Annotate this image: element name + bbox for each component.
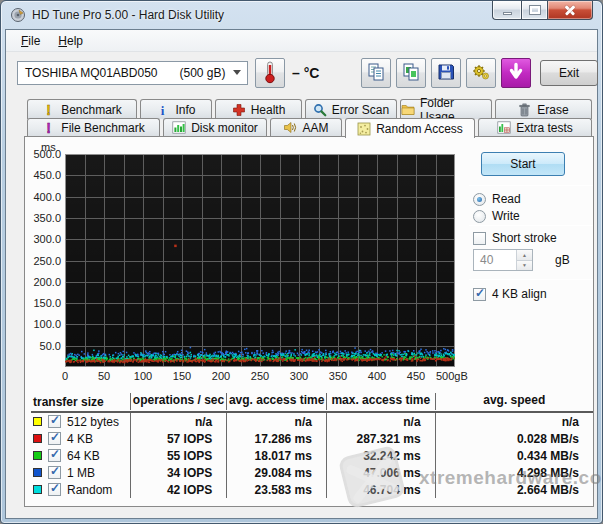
random-access-page: ms 500.0450.0400.0350.0300.0250.0200.015… [24,136,594,507]
tab-erase[interactable]: Erase [495,99,592,119]
value-cell: n/a [131,415,227,429]
tab-aam[interactable]: AAM [270,118,342,137]
drive-selector[interactable]: TOSHIBA MQ01ABD050 (500 gB) [17,61,248,85]
transfer-size-cell: 64 KB [31,449,130,463]
x-tick-label: 150 [173,370,191,382]
value-cell: 0.028 MB/s [436,432,593,446]
x-tick-label: 100 [134,370,152,382]
panel-separator [469,225,593,226]
series-checkbox[interactable] [48,449,61,462]
copy-text-button[interactable] [361,58,391,88]
maximize-button[interactable] [521,1,548,20]
value-cell: 42 IOPS [131,483,227,497]
watermark-text: xtremehardware.com [419,467,603,489]
tab-benchmark[interactable]: !Benchmark [27,99,137,119]
tab-file-benchmark[interactable]: !File Benchmark [27,118,160,137]
value-cell: n/a [227,415,326,429]
short-stroke-size-stepper[interactable]: 40 ▲ ▼ [473,249,533,271]
maximize-icon [530,6,540,14]
file-benchmark-icon: ! [42,121,56,135]
x-tick-label: 350 [329,370,347,382]
short-stroke-checkbox[interactable]: Short stroke [473,231,557,245]
erase-icon [518,103,532,117]
series-checkbox[interactable] [48,466,61,479]
align-checkbox[interactable]: 4 KB align [473,287,547,301]
table-header-3: max. access time [327,393,435,410]
tab-label: Benchmark [61,103,122,117]
results-table-header: transfer sizeoperations / secavg. access… [31,393,593,410]
y-tick-label: 50.0 [25,340,61,352]
y-tick-label: 150.0 [25,297,61,309]
x-tick-label: 400 [368,370,386,382]
series-checkbox[interactable] [48,432,61,445]
start-button[interactable]: Start [481,152,565,176]
transfer-size-label: 4 KB [67,432,93,446]
tab-health[interactable]: Health [215,99,302,119]
minimize-button[interactable] [492,1,521,20]
download-icon [505,61,527,86]
save-button[interactable] [431,58,461,88]
transfer-size-label: 64 KB [67,449,100,463]
menu-help[interactable]: Help [49,31,92,51]
titlebar: HD Tune Pro 5.00 - Hard Disk Utility [1,1,602,29]
table-header-0: transfer size [31,393,130,410]
aam-icon [283,121,297,135]
mode-radio-read[interactable]: Read [473,192,521,206]
tab-error-scan[interactable]: Error Scan [305,99,397,119]
save-icon [436,62,456,85]
value-cell: 34 IOPS [131,466,227,480]
tab-label: Health [251,103,286,117]
tab-label: Random Access [376,122,463,136]
series-color-swatch [33,417,42,426]
tab-info[interactable]: iInfo [140,99,212,119]
table-header-2: avg. access time [227,393,326,410]
extra-tests-icon [497,121,511,135]
disk-monitor-icon [172,121,186,135]
tab-random-access[interactable]: Random Access [345,118,475,138]
transfer-size-cell: 512 bytes [31,415,130,429]
stepper-up-icon[interactable]: ▲ [517,250,532,261]
series-checkbox[interactable] [48,483,61,496]
short-stroke-label: Short stroke [492,231,557,245]
align-label: 4 KB align [492,287,547,301]
table-header-4: avg. speed [436,393,593,410]
error-scan-icon [313,103,327,117]
transfer-size-label: Random [67,483,112,497]
menu-file[interactable]: File [12,31,49,51]
mode-radio-write[interactable]: Write [473,209,520,223]
svg-text:!: ! [46,103,51,117]
checkbox-icon [473,288,486,301]
tab-disk-monitor[interactable]: Disk monitor [163,118,267,137]
tab-label: Extra tests [516,121,573,135]
options-button[interactable] [466,58,496,88]
y-tick-label: 250.0 [25,255,61,267]
radio-label: Write [492,209,520,223]
y-tick-label: 200.0 [25,276,61,288]
info-icon: i [156,103,170,117]
tab-row-2: !File BenchmarkDisk monitorAAMRandom Acc… [27,118,597,137]
copy-image-button[interactable] [396,58,426,88]
tab-label: Erase [537,103,568,117]
value-cell: 18.017 ms [227,449,326,463]
capture-button[interactable] [501,58,531,88]
x-tick-label: 500gB [436,370,468,382]
tab-label: Info [175,103,195,117]
series-color-swatch [33,468,42,477]
close-button[interactable] [548,1,593,20]
x-tick-label: 250 [251,370,269,382]
y-tick-label: 400.0 [25,191,61,203]
x-tick-label: 450 [407,370,425,382]
short-stroke-unit-label: gB [555,253,570,267]
temperature-button[interactable] [255,58,285,88]
tab-extra-tests[interactable]: Extra tests [478,118,592,137]
tab-folder-usage[interactable]: Folder Usage [400,99,492,119]
value-cell: 29.084 ms [227,466,326,480]
stepper-down-icon[interactable]: ▼ [517,261,532,271]
short-stroke-size-value: 40 [474,250,516,270]
series-checkbox[interactable] [48,415,61,428]
copy-image-icon [401,62,421,85]
exit-button[interactable]: Exit [540,60,598,86]
y-tick-label: 100.0 [25,318,61,330]
temperature-value: – °C [292,65,319,81]
random-access-icon [357,122,371,136]
